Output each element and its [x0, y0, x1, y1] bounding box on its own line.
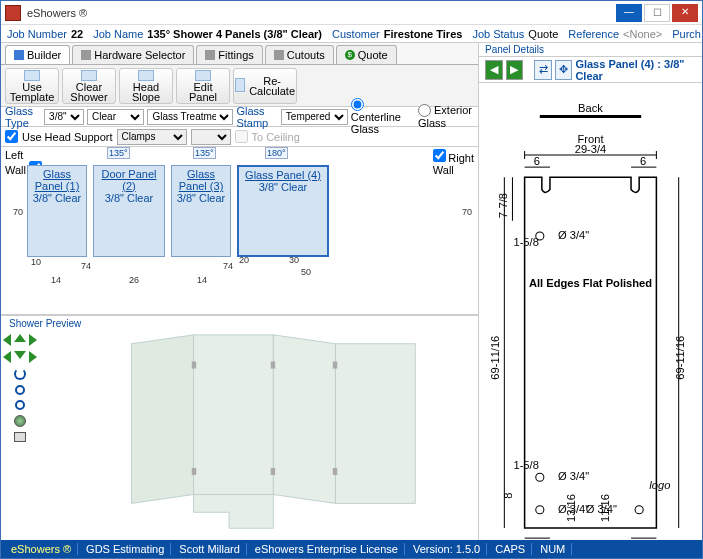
job-name-value: 135° Shower 4 Panels (3/8" Clear) — [147, 28, 322, 40]
close-button[interactable]: ✕ — [672, 4, 698, 22]
tab-fittings-label: Fittings — [218, 49, 253, 61]
hardware-icon — [81, 50, 91, 60]
title-bar: eShowers ® — ☐ ✕ — [1, 1, 702, 25]
tab-builder-label: Builder — [27, 49, 61, 61]
world-icon[interactable] — [14, 415, 26, 427]
svg-marker-3 — [335, 344, 415, 504]
dim-p4y: 74 — [223, 261, 233, 271]
minimize-button[interactable]: — — [616, 4, 642, 22]
panel-detail-title: Glass Panel (4) : 3/8" Clear — [575, 58, 696, 82]
six-bl: 6 — [534, 538, 540, 540]
right-wall-check[interactable]: Right Wall — [433, 149, 474, 176]
edit-icon — [195, 70, 211, 81]
head-slope-button[interactable]: Head Slope — [119, 68, 173, 104]
clamps-select[interactable]: Clamps — [117, 129, 187, 145]
svg-point-21 — [536, 473, 544, 481]
status-license: eShowers Enterprise License — [249, 543, 405, 555]
dim-h-right: 70 — [462, 207, 472, 217]
app-icon — [5, 5, 21, 21]
job-number-value: 22 — [71, 28, 83, 40]
tab-builder[interactable]: Builder — [5, 45, 70, 64]
tab-quote[interactable]: $Quote — [336, 45, 397, 64]
svg-rect-10 — [333, 468, 337, 475]
tab-cutouts[interactable]: Cutouts — [265, 45, 334, 64]
po-label: Purch. Order — [672, 28, 702, 40]
panel-1[interactable]: Glass Panel (1)3/8" Clear — [27, 165, 87, 257]
job-number-label: Job Number — [7, 28, 67, 40]
eleven: 11/16 — [599, 494, 611, 522]
clear-icon — [81, 70, 97, 81]
head-slope-label: Head Slope — [132, 82, 160, 102]
dim-p4r: 30 — [289, 255, 299, 265]
reference-label: Reference — [568, 28, 619, 40]
svg-marker-4 — [194, 495, 274, 529]
monitor-icon[interactable] — [14, 432, 26, 442]
pan-left-icon[interactable] — [3, 334, 11, 346]
glass-stamp-label: Glass Stamp — [236, 105, 277, 129]
clear-shower-button[interactable]: Clear Shower — [62, 68, 116, 104]
app-title: eShowers ® — [27, 7, 614, 19]
exterior-radio[interactable]: Exterior Glass — [418, 104, 474, 130]
job-info-bar: Job Number 22 Job Name 135° Shower 4 Pan… — [1, 25, 702, 43]
to-ceiling-label: To Ceiling — [252, 131, 300, 143]
use-head-support-label: Use Head Support — [22, 131, 113, 143]
builder-canvas: Left Wall Right Wall 135° 135° 180° Glas… — [1, 147, 478, 315]
angle-3[interactable]: 180° — [265, 147, 288, 159]
edit-panel-label: Edit Panel — [189, 82, 217, 102]
hole-t: Ø 3/4" — [558, 229, 589, 241]
edit-panel-button[interactable]: Edit Panel — [176, 68, 230, 104]
refresh-icon[interactable] — [14, 368, 26, 380]
stamp-select[interactable]: Tempered — [281, 109, 348, 125]
use-template-button[interactable]: Use Template — [5, 68, 59, 104]
use-template-label: Use Template — [10, 82, 55, 102]
pan-up-icon[interactable] — [14, 334, 26, 342]
dollar-icon: $ — [345, 50, 355, 60]
angle-1[interactable]: 135° — [107, 147, 130, 159]
pan-right-icon[interactable] — [29, 334, 37, 346]
panel-4[interactable]: Glass Panel (4)3/8" Clear — [237, 165, 329, 257]
tab-strip: Builder Hardware Selector Fittings Cutou… — [1, 43, 478, 65]
six-br: 6 — [640, 538, 646, 540]
use-head-support-check[interactable] — [5, 130, 18, 143]
job-status-label: Job Status — [472, 28, 524, 40]
rotate-right-icon[interactable] — [29, 351, 37, 363]
dim-p1b: 14 — [51, 275, 61, 285]
next-panel-button[interactable]: ▶ — [506, 60, 524, 80]
panel-3[interactable]: Glass Panel (3)3/8" Clear — [171, 165, 231, 257]
zoom-out-icon[interactable] — [15, 400, 25, 410]
glass-type-label: Glass Type — [5, 105, 41, 129]
h-right: 69-11/16 — [674, 336, 686, 380]
angle-2[interactable]: 135° — [193, 147, 216, 159]
shower-preview: Shower Preview — [1, 315, 478, 540]
to-ceiling-check[interactable] — [235, 130, 248, 143]
hole-b1: Ø 3/4" — [558, 470, 589, 482]
tab-cutouts-label: Cutouts — [287, 49, 325, 61]
flip-button[interactable]: ⇄ — [534, 60, 552, 80]
zoom-in-icon[interactable] — [15, 385, 25, 395]
job-name-label: Job Name — [93, 28, 143, 40]
template-icon — [24, 70, 40, 81]
preview-3d-canvas[interactable] — [61, 326, 468, 530]
panel-details-header: Panel Details — [479, 43, 702, 57]
status-bar: eShowers ® GDS Estimating Scott Millard … — [1, 540, 702, 558]
tab-fittings[interactable]: Fittings — [196, 45, 262, 64]
pan-down-icon[interactable] — [14, 351, 26, 359]
prev-panel-button[interactable]: ◀ — [485, 60, 503, 80]
svg-rect-6 — [192, 468, 196, 475]
builder-icon — [14, 50, 24, 60]
rotate-left-icon[interactable] — [3, 351, 11, 363]
maximize-button[interactable]: ☐ — [644, 4, 670, 22]
hole-off-t: 1-5/8 — [513, 236, 538, 248]
recalculate-button[interactable]: Re-Calculate — [233, 68, 297, 104]
panel-detail-canvas[interactable]: Back Front 29-3/4 6 6 7-7/8 Ø 3/4" 1-5/8… — [479, 83, 702, 540]
center-button[interactable]: ✥ — [555, 60, 573, 80]
tab-hardware[interactable]: Hardware Selector — [72, 45, 194, 64]
h-left: 69-11/16 — [489, 336, 501, 380]
dim-p4l: 20 — [239, 255, 249, 265]
head-extra-select[interactable] — [191, 129, 231, 145]
clarity-select[interactable]: Clear — [87, 109, 144, 125]
treatment-select[interactable]: Glass Treatme — [147, 109, 233, 125]
thickness-select[interactable]: 3/8" — [44, 109, 84, 125]
panel-2[interactable]: Door Panel (2)3/8" Clear — [93, 165, 165, 257]
logo-text: logo — [649, 479, 670, 491]
